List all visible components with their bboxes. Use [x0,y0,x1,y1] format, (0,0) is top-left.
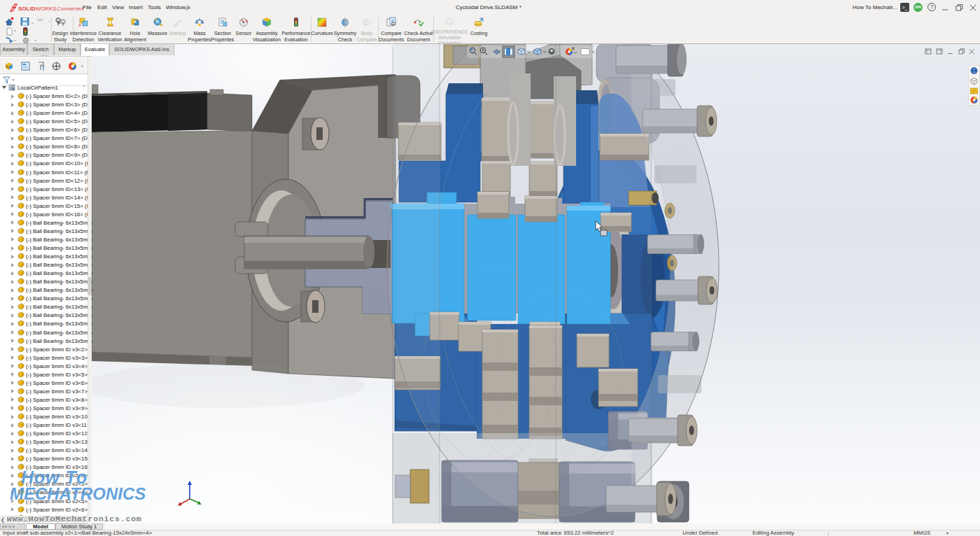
svg-text:Connected: Connected [57,6,84,12]
svg-text:SOLIDWORKS: SOLIDWORKS [18,6,57,12]
